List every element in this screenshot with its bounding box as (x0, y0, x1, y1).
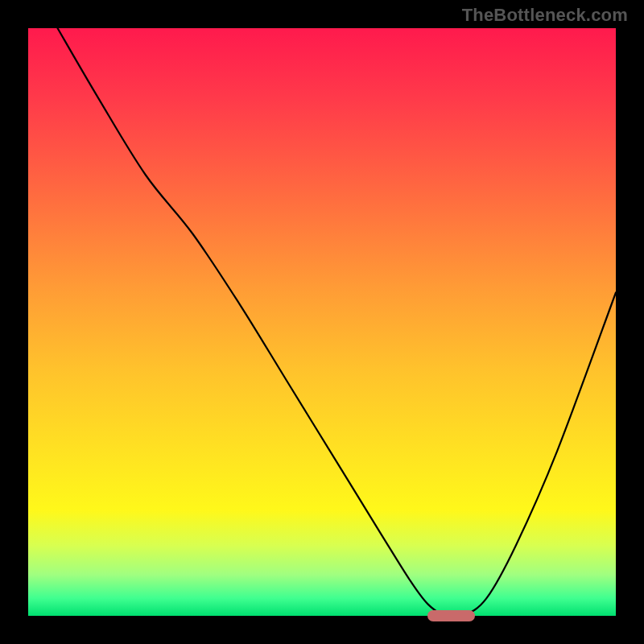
optimal-marker (427, 610, 474, 621)
watermark-text: TheBottleneck.com (462, 5, 628, 26)
curve-svg (28, 28, 616, 616)
chart-frame: TheBottleneck.com (0, 0, 644, 644)
plot-area (28, 28, 616, 616)
bottleneck-curve-path (58, 28, 617, 616)
